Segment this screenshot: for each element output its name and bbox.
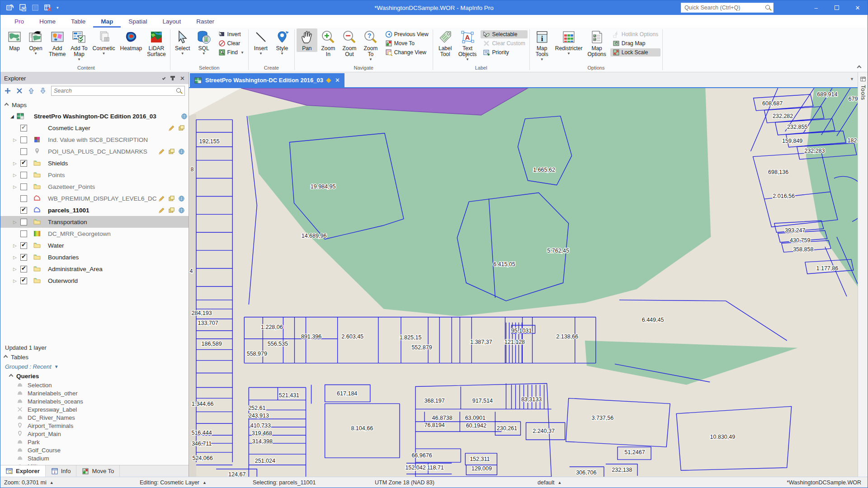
query-item[interactable]: Golf_Course [0,446,189,454]
move-to-button[interactable]: Move To [383,39,431,47]
zoom-to-button[interactable]: ?Zoom To▼ [360,28,381,62]
pencil-icon[interactable] [158,207,165,214]
layers-icon[interactable] [168,207,175,214]
layers-icon[interactable] [178,125,185,131]
layer-visibility-checkbox[interactable] [20,219,27,225]
layer-row[interactable]: ▷Points [0,169,189,181]
tables-section-header[interactable]: Tables [0,352,189,362]
globe-icon[interactable] [178,207,185,214]
layer-row[interactable]: POI_USA_PLUS_DC_LANDMARKS [0,145,189,157]
layer-visibility-checkbox[interactable] [20,266,27,272]
layer-label[interactable]: Ind. Value with SIC8_DESCRIPTION [48,136,148,143]
tab-list-dropdown-icon[interactable]: ▼ [850,77,854,81]
query-item[interactable]: Selection [0,381,189,389]
expand-icon[interactable]: ▷ [13,184,20,189]
layer-visibility-checkbox[interactable] [20,160,27,167]
move-up-icon[interactable] [28,87,35,94]
globe-icon[interactable] [181,113,188,120]
query-item[interactable]: Military [0,462,189,465]
layer-row[interactable]: ▷Administrative_Area [0,263,189,275]
layer-label[interactable]: DC_MRR_Georgetown [48,230,111,237]
grouped-by-selector[interactable]: Grouped : Recent ▼ [0,362,189,371]
globe-icon[interactable] [178,195,185,202]
layer-visibility-checkbox[interactable] [20,172,27,178]
globe-icon[interactable] [178,148,185,155]
ribbon-tab-spatial[interactable]: Spatial [121,16,155,28]
cosmetic-button[interactable]: Cosmetic▼ [90,28,118,56]
quick-search-input[interactable] [684,5,765,11]
lidar-surface-button[interactable]: LiDAR Surface [145,28,168,58]
query-item[interactable]: Park [0,438,189,446]
add-icon[interactable] [4,87,11,94]
map-options-button[interactable]: Map Options [585,28,608,58]
panel-menu-icon[interactable] [162,76,166,80]
layer-label[interactable]: Boundaries [48,254,79,261]
tools-side-tab[interactable]: Tools [858,72,868,477]
layer-visibility-checkbox[interactable] [20,230,27,237]
heatmap-button[interactable]: Heatmap [118,28,145,52]
map-canvas[interactable]: 192,15584689,914679608,687232,282232,855… [189,88,858,477]
text-objects-button[interactable]: AText Objects▼ [456,28,479,62]
style-button[interactable]: Style▼ [272,28,292,56]
query-item[interactable]: Marinelabels_oceans [0,397,189,405]
layer-label[interactable]: Water [48,242,64,249]
layer-label[interactable]: Administrative_Area [48,266,103,272]
panel-tab-info[interactable]: iInfo [46,465,77,477]
dropdown-arrow-icon[interactable]: ▼ [540,58,544,61]
dropdown-arrow-icon[interactable]: ▼ [77,58,81,61]
ribbon-tab-table[interactable]: Table [63,16,93,28]
selectable-button[interactable]: Selectable [481,30,527,38]
layer-row[interactable]: ▷Outerworld [0,275,189,286]
layer-label[interactable]: Gazetteer_Points [48,183,95,190]
style-dropup-icon[interactable]: ▲ [558,480,562,485]
open-button[interactable]: Open▼ [25,28,46,56]
layer-label[interactable]: Cosmetic Layer [48,125,90,131]
collapse-maps-icon[interactable] [5,103,9,107]
layer-visibility-checkbox[interactable] [20,195,27,202]
layer-row[interactable]: ▷Water [0,239,189,251]
layer-row[interactable]: WB_PREMIUM_DISPLAY_LEVEL6_DC [0,192,189,204]
search-icon[interactable] [765,5,771,11]
layer-row[interactable]: ▷Shields [0,157,189,169]
zoom-out-button[interactable]: Zoom Out [339,28,360,58]
layer-visibility-checkbox[interactable] [20,125,27,131]
status-selecting[interactable]: Selecting: parcels_11001 [253,479,375,486]
panel-close-icon[interactable]: ✕ [180,75,185,82]
close-button[interactable]: ✕ [848,1,868,14]
layer-label[interactable]: Points [48,172,65,178]
priority-button[interactable]: Priority [481,48,527,56]
layer-label[interactable]: Outerworld [48,277,78,284]
layer-visibility-checkbox[interactable] [20,254,27,261]
dropdown-arrow-icon[interactable]: ▼ [102,52,106,56]
collapse-queries-icon[interactable] [9,374,14,378]
expand-icon[interactable]: ▷ [13,267,20,272]
layer-row[interactable]: ▷Transportation [0,216,189,228]
redistricter-button[interactable]: Redistricter▼ [553,28,585,56]
expand-icon[interactable]: ▷ [13,243,20,248]
layer-row[interactable]: DC_MRR_Georgetown [0,228,189,239]
pencil-icon[interactable] [158,148,165,155]
layer-visibility-checkbox[interactable] [20,148,27,155]
dropdown-arrow-icon[interactable]: ▼ [181,52,184,56]
maps-section-header[interactable]: Maps [0,99,189,110]
queries-section-header[interactable]: Queries [0,371,189,381]
layer-search-icon[interactable] [176,88,182,94]
qat-customize-dropdown[interactable]: ▾ [57,5,59,10]
dropdown-arrow-icon[interactable]: ▼ [466,58,469,61]
map-document-node[interactable]: ◢ StreetPro Washington-DC Edition 2016_0… [0,110,189,122]
dropdown-arrow-icon[interactable]: ▼ [280,52,284,56]
query-item[interactable]: DC_River_Names [0,413,189,422]
layers-icon[interactable] [168,148,175,155]
dropdown-arrow-icon[interactable]: ▼ [369,58,373,61]
layer-label[interactable]: parcels_11001 [48,207,90,214]
dropdown-arrow-icon[interactable]: ▼ [241,51,244,55]
layer-label[interactable]: Transportation [48,219,87,225]
grouped-dropdown-icon[interactable]: ▼ [54,364,59,369]
expand-icon[interactable]: ▷ [13,137,20,142]
layer-row[interactable]: parcels_11001 [0,204,189,216]
layer-visibility-checkbox[interactable] [20,183,27,190]
dropdown-arrow-icon[interactable]: ▼ [34,52,38,56]
expand-icon[interactable]: ▷ [13,173,20,178]
expand-icon[interactable]: ▷ [13,220,20,225]
zoom-in-button[interactable]: Zoom In [318,28,339,58]
